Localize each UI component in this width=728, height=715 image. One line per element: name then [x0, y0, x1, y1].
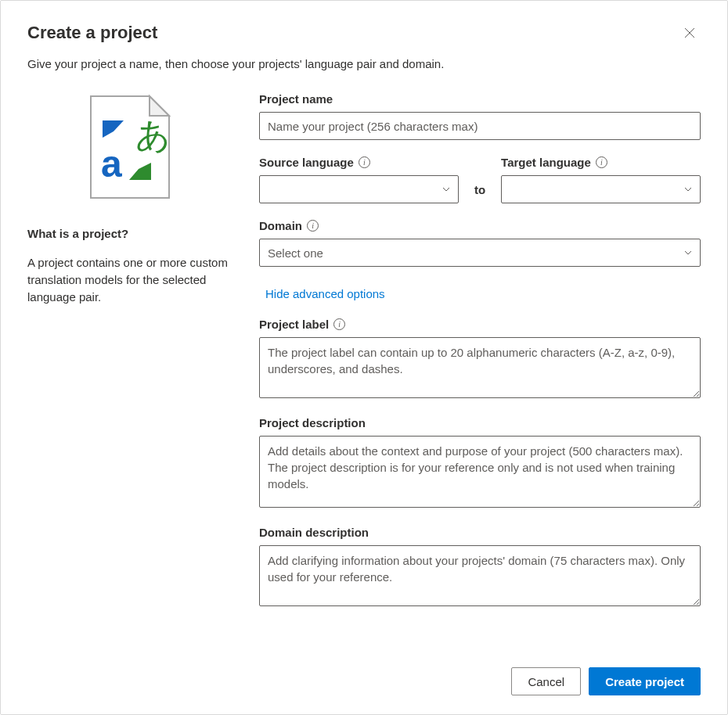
domain-label: Domain — [259, 219, 302, 232]
info-icon[interactable]: i — [307, 220, 319, 232]
dialog-subtitle: Give your project a name, then choose yo… — [27, 57, 701, 70]
translator-document-icon: あ a — [87, 92, 173, 202]
svg-text:a: a — [101, 143, 122, 185]
source-language-select[interactable] — [259, 175, 459, 203]
domain-description-input[interactable] — [259, 545, 701, 606]
project-name-input[interactable] — [259, 112, 701, 140]
info-icon[interactable]: i — [359, 156, 370, 168]
domain-description-label: Domain description — [259, 526, 369, 539]
project-description-input[interactable] — [259, 436, 701, 508]
target-language-field: Target language i — [501, 156, 701, 203]
svg-marker-3 — [150, 96, 169, 116]
dialog-title: Create a project — [27, 23, 157, 43]
toggle-advanced-link[interactable]: Hide advanced options — [264, 284, 387, 304]
project-description-field: Project description — [259, 416, 701, 510]
project-description-label: Project description — [259, 416, 366, 429]
close-icon — [684, 27, 695, 41]
target-language-select[interactable] — [501, 175, 701, 203]
project-name-label: Project name — [259, 92, 333, 106]
dialog-header: Create a project — [27, 23, 701, 45]
info-icon[interactable]: i — [333, 318, 345, 330]
dialog-footer: Cancel Create project — [511, 667, 701, 695]
info-icon[interactable]: i — [596, 156, 607, 168]
project-label-field: Project label i — [259, 318, 701, 401]
language-to-separator: to — [474, 175, 485, 203]
domain-select[interactable]: Select one — [259, 239, 701, 267]
project-label-input[interactable] — [259, 337, 701, 398]
form-area: Project name Source language i — [259, 92, 701, 624]
project-label-label: Project label — [259, 318, 329, 331]
close-button[interactable] — [679, 23, 701, 45]
cancel-button[interactable]: Cancel — [511, 667, 581, 695]
domain-field: Domain i Select one — [259, 219, 701, 267]
sidebar-heading: What is a project? — [27, 227, 232, 240]
svg-text:あ: あ — [135, 116, 171, 154]
project-name-field: Project name — [259, 92, 701, 140]
source-language-field: Source language i — [259, 156, 459, 203]
source-language-label: Source language — [259, 156, 354, 169]
target-language-label: Target language — [501, 156, 591, 169]
create-project-button[interactable]: Create project — [589, 667, 701, 695]
domain-description-field: Domain description — [259, 526, 701, 609]
sidebar-body: A project contains one or more custom tr… — [27, 254, 232, 305]
create-project-dialog: Create a project Give your project a nam… — [0, 0, 728, 715]
info-sidebar: あ a What is a project? A project contain… — [27, 92, 232, 624]
